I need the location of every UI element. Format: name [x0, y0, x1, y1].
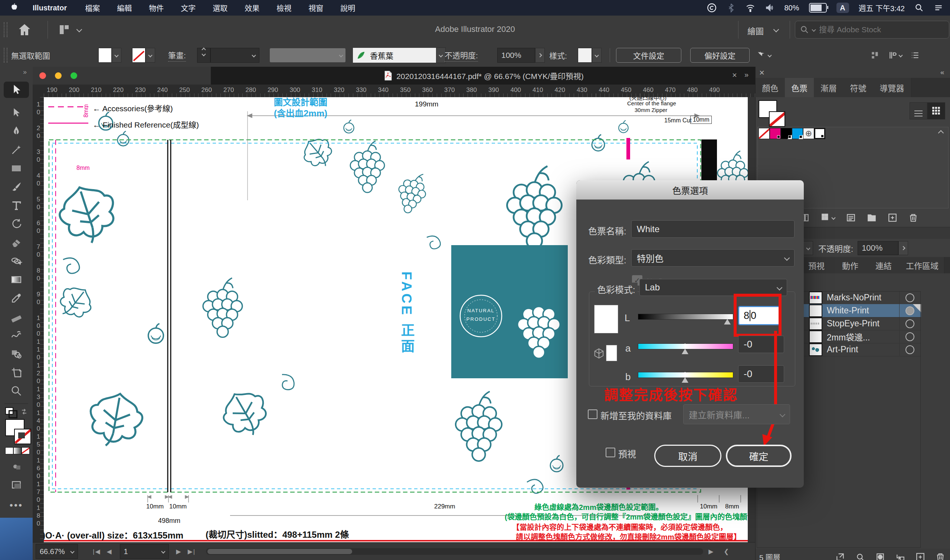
delete-layer-icon[interactable]	[936, 552, 945, 560]
adobe-stock-search[interactable]	[795, 21, 949, 38]
menu-edit[interactable]: 編輯	[108, 3, 140, 13]
fill-color-control[interactable]	[98, 44, 121, 67]
collect-export-icon[interactable]	[835, 552, 845, 560]
tab-artboards[interactable]: 工作區域	[900, 257, 944, 273]
menu-view[interactable]: 檢視	[268, 3, 300, 13]
tab-navigator[interactable]: 導覽器	[873, 78, 911, 97]
artboard-navigation[interactable]: 1	[120, 544, 169, 559]
preview-checkbox[interactable]	[606, 448, 615, 457]
lab-l-handle[interactable]	[724, 319, 731, 325]
make-mask-icon[interactable]	[875, 552, 885, 560]
control-center-icon[interactable]	[934, 3, 943, 12]
blend-mode-dropdown[interactable]	[803, 241, 813, 255]
shape-builder-select-tool[interactable]	[8, 253, 25, 269]
shape-builder-tool[interactable]	[8, 346, 25, 362]
swatch-registration[interactable]: ⊕	[803, 128, 814, 139]
menu-illustrator[interactable]: Illustrator	[23, 4, 76, 12]
tab-links[interactable]: 連結	[867, 257, 901, 273]
creative-cloud-icon[interactable]	[707, 3, 717, 12]
cancel-button[interactable]: 取消	[654, 445, 722, 467]
swatch-none[interactable]	[759, 128, 770, 139]
menu-type[interactable]: 文字	[172, 3, 204, 13]
swatch-white-spot[interactable]	[814, 128, 825, 139]
isolate-selection-control[interactable]	[756, 44, 771, 67]
swatch-scroll-up-icon[interactable]	[938, 130, 944, 136]
dock-opacity-value[interactable]: 100%	[857, 241, 898, 255]
gradient-tool[interactable]	[8, 271, 25, 288]
selection-tool[interactable]	[4, 82, 29, 98]
magic-wand-tool[interactable]	[8, 142, 25, 158]
lab-b-input[interactable]: -0	[738, 365, 784, 383]
tab-color[interactable]: 顏色	[756, 78, 785, 97]
volume-icon[interactable]	[765, 3, 774, 12]
prev-artboard-button[interactable]: ◀	[107, 548, 113, 555]
eyedropper-tool[interactable]	[8, 290, 25, 306]
swatch-name-input[interactable]: White	[631, 220, 794, 238]
horizontal-scrollbar[interactable]	[206, 548, 703, 555]
swatch-options-icon[interactable]	[846, 213, 856, 223]
last-artboard-button[interactable]: ▶|	[188, 548, 196, 555]
rotate-tool[interactable]	[8, 216, 25, 232]
layer-target-icon[interactable]	[905, 319, 915, 328]
fill-swatch[interactable]	[98, 48, 112, 63]
preferences-button[interactable]: 偏好設定	[690, 48, 750, 63]
toolbar-collapse-icon[interactable]: »	[23, 68, 27, 76]
ok-button[interactable]: 確定	[726, 445, 791, 467]
pen-tool[interactable]	[8, 123, 25, 140]
vertical-ruler[interactable]: 1020304050607080901001101201301401501601…	[32, 97, 44, 542]
color-mode-buttons[interactable]	[5, 447, 30, 454]
bluetooth-icon[interactable]	[726, 3, 736, 12]
menu-window[interactable]: 視窗	[300, 3, 332, 13]
dialog-titlebar[interactable]: 色票選項	[576, 180, 804, 200]
new-swatch-icon[interactable]	[888, 213, 897, 223]
tab-close-icon[interactable]: ×	[732, 71, 737, 80]
menu-select[interactable]: 選取	[204, 3, 236, 13]
panel-menu-icon[interactable]	[910, 51, 920, 60]
horizontal-ruler[interactable]: 1902002102202302402502602702802903003103…	[44, 85, 755, 97]
stroke-none-swatch[interactable]	[132, 48, 145, 63]
zoom-tool[interactable]	[8, 383, 25, 399]
menu-object[interactable]: 物件	[140, 3, 172, 13]
brush-picker[interactable]: 香蕉葉	[353, 44, 446, 67]
draw-mode-button[interactable]: 繪圖	[747, 25, 764, 36]
color-type-select[interactable]: 特別色	[631, 249, 794, 267]
dock-collapse-icon[interactable]: «	[940, 68, 944, 76]
locate-object-icon[interactable]	[855, 552, 865, 560]
document-setup-button[interactable]: 文件設定	[616, 48, 681, 63]
next-artboard-button[interactable]: ▶	[176, 548, 182, 555]
tab-actions[interactable]: 動作	[833, 257, 867, 273]
swatch-magenta[interactable]	[770, 128, 781, 139]
measure-tool[interactable]	[8, 309, 25, 325]
style-picker[interactable]	[578, 44, 601, 67]
lab-a-input[interactable]: -0	[738, 335, 784, 353]
wifi-icon[interactable]	[745, 3, 755, 12]
stroke-proxy-none[interactable]	[14, 429, 31, 444]
opacity-field[interactable]: 100%	[497, 44, 545, 67]
opacity-label[interactable]: 不透明度:	[444, 44, 478, 67]
scrollbar-thumb[interactable]	[207, 549, 352, 554]
input-method-badge[interactable]: A	[836, 3, 849, 13]
delete-swatch-icon[interactable]	[908, 213, 918, 223]
type-tool[interactable]	[8, 197, 25, 214]
search-input[interactable]	[818, 25, 927, 34]
layer-target-icon[interactable]	[905, 293, 915, 302]
spotlight-icon[interactable]	[915, 3, 924, 12]
document-tab[interactable]: 2020120316444167.pdf* @ 66.67% (CMYK/疊印預…	[211, 67, 757, 85]
layer-target-icon[interactable]	[905, 345, 915, 354]
menu-help[interactable]: 說明	[332, 3, 364, 13]
window-minimize-button[interactable]	[55, 72, 62, 79]
align-icon[interactable]	[870, 51, 880, 60]
rectangle-tool[interactable]	[8, 160, 25, 177]
stroke-weight-stepper[interactable]	[197, 44, 259, 67]
tab-gradient[interactable]: 漸層	[814, 78, 844, 97]
properties-icon[interactable]	[888, 51, 902, 60]
collapse-icon[interactable]: ❮	[723, 548, 729, 555]
menubar-clock[interactable]: 週五 下午3:42	[859, 3, 905, 13]
gamut-preview-swatch[interactable]	[606, 345, 617, 361]
menu-effect[interactable]: 效果	[236, 3, 268, 13]
apple-menu[interactable]	[0, 2, 23, 14]
zoom-level-control[interactable]: 66.67%	[35, 544, 78, 559]
draw-mode-button[interactable]	[8, 458, 25, 475]
grid-view-button[interactable]	[927, 102, 945, 119]
swap-fill-stroke-icon[interactable]	[19, 407, 29, 416]
